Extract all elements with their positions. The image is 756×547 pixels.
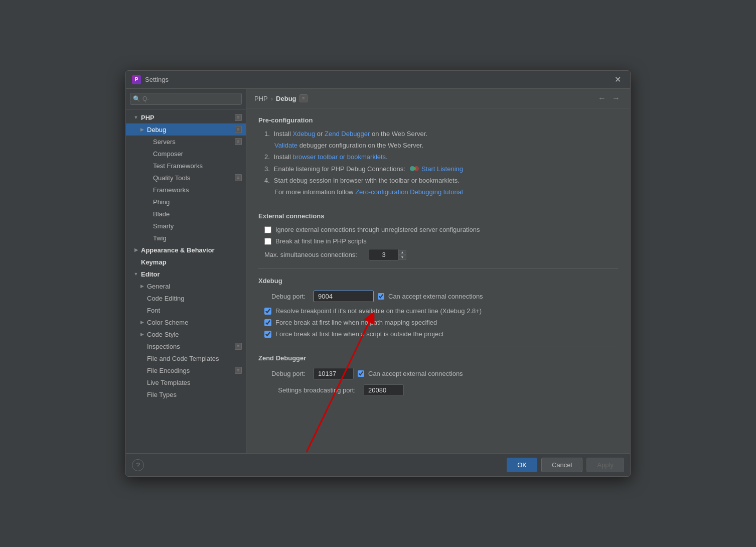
break-first-label: Break at first line in PHP scripts (275, 237, 367, 245)
pre-config-step-2: 2. Install browser toolbar or bookmarkle… (264, 153, 618, 161)
pre-config-more-info: For more information follow Zero-configu… (264, 188, 618, 196)
search-wrapper: 🔍 (130, 93, 242, 105)
sidebar-item-frameworks[interactable]: Frameworks (126, 184, 246, 196)
zend-broadcast-input[interactable] (364, 384, 404, 396)
expand-spacer-twig (144, 234, 152, 242)
spinner-up[interactable]: ▲ (398, 250, 406, 255)
sidebar-item-file-types[interactable]: File Types (126, 388, 246, 400)
search-input[interactable] (130, 93, 242, 105)
zend-accept-checkbox[interactable] (358, 370, 364, 377)
sidebar-label-php: PHP (141, 114, 235, 121)
breadcrumb-icon: ≡ (299, 94, 308, 102)
expand-spacer-blade (144, 210, 152, 218)
resolve-bp-checkbox[interactable] (264, 308, 271, 315)
step3-text: Enable listening for PHP Debug Connectio… (274, 165, 405, 173)
zend-port-input[interactable] (314, 368, 354, 379)
ignore-external-checkbox[interactable] (264, 226, 271, 233)
spinner-buttons: ▲ ▼ (398, 250, 406, 260)
expand-icon-code-style: ▶ (138, 330, 146, 338)
validate-text: Validate debugger configuration on the W… (274, 142, 423, 149)
forward-arrow[interactable]: → (610, 93, 622, 104)
cancel-button[interactable]: Cancel (541, 458, 582, 472)
sidebar-item-debug[interactable]: ▶ Debug ≡ (126, 123, 246, 135)
apply-button[interactable]: Apply (586, 458, 624, 472)
help-button[interactable]: ? (132, 459, 144, 471)
expand-spacer-ft (138, 390, 146, 398)
validate-link[interactable]: Validate (274, 142, 297, 149)
sidebar-item-twig[interactable]: Twig (126, 232, 246, 244)
expand-icon-editor: ▼ (132, 270, 140, 278)
xdebug-title: Xdebug (258, 277, 618, 285)
force-break-label: Force break at first line when no path m… (275, 319, 437, 326)
sidebar-item-composer[interactable]: Composer (126, 148, 246, 160)
expand-spacer-tf (144, 162, 152, 170)
xdebug-content: Debug port: Can accept external connecti… (264, 291, 618, 338)
external-connections-title: External connections (258, 212, 618, 220)
xdebug-port-row: Debug port: Can accept external connecti… (264, 291, 618, 302)
spinner-down[interactable]: ▼ (398, 255, 406, 260)
zend-port-label: Debug port: (264, 370, 310, 377)
force-break2-checkbox[interactable] (264, 331, 271, 338)
xdebug-port-input[interactable] (314, 291, 374, 302)
browser-toolbar-link[interactable]: browser toolbar or bookmarklets (292, 153, 386, 161)
expand-icon-cs: ▶ (138, 318, 146, 326)
expand-spacer-servers (144, 138, 152, 146)
sidebar-item-code-editing[interactable]: Code Editing (126, 292, 246, 304)
sidebar-label-frameworks: Frameworks (153, 186, 242, 194)
sidebar-item-general[interactable]: ▶ General (126, 280, 246, 292)
sidebar-label-file-types: File Types (147, 391, 242, 398)
sidebar-item-font[interactable]: Font (126, 304, 246, 316)
sidebar-item-editor[interactable]: ▼ Editor (126, 268, 246, 280)
zend-debugger-link[interactable]: Zend Debugger (325, 130, 370, 138)
dialog-footer: ? OK Cancel Apply (126, 453, 630, 476)
ignore-external-row: Ignore external connections through unre… (264, 226, 618, 233)
force-break-checkbox[interactable] (264, 319, 271, 326)
sidebar-item-blade[interactable]: Blade (126, 208, 246, 220)
ok-button[interactable]: OK (507, 458, 537, 472)
sidebar-item-inspections[interactable]: Inspections ≡ (126, 340, 246, 352)
sidebar: 🔍 ▼ PHP ≡ ▶ Debug ≡ (126, 89, 246, 453)
sidebar-item-file-templates[interactable]: File and Code Templates (126, 352, 246, 364)
sidebar-item-servers[interactable]: Servers ≡ (126, 135, 246, 148)
back-arrow[interactable]: ← (596, 93, 608, 104)
step3-num: 3. (264, 165, 270, 173)
step2-text: Install browser toolbar or bookmarklets. (274, 153, 388, 161)
dialog-body: 🔍 ▼ PHP ≡ ▶ Debug ≡ (126, 89, 630, 453)
sidebar-item-file-encodings[interactable]: File Encodings ≡ (126, 364, 246, 376)
break-first-checkbox[interactable] (264, 238, 271, 245)
step1-text: Install Xdebug or Zend Debugger on the W… (274, 130, 427, 138)
zero-config-link[interactable]: Zero-configuration Debugging tutorial (355, 188, 463, 196)
sidebar-item-phing[interactable]: Phing (126, 196, 246, 208)
main-scroll: Pre-configuration 1. Install Xdebug or Z… (246, 108, 630, 453)
sidebar-item-live-templates[interactable]: Live Templates (126, 376, 246, 388)
close-button[interactable]: ✕ (612, 74, 624, 85)
force-break2-label: Force break at first line when a script … (275, 330, 443, 338)
sidebar-label-debug: Debug (147, 126, 235, 133)
start-listening-link[interactable]: Start Listening (421, 165, 463, 173)
sidebar-stripe-qt: ≡ (235, 174, 242, 181)
pre-config-step-1: 1. Install Xdebug or Zend Debugger on th… (264, 130, 618, 138)
sidebar-item-test-frameworks[interactable]: Test Frameworks (126, 160, 246, 172)
expand-icon-general: ▶ (138, 282, 146, 290)
step4-num: 4. (264, 177, 270, 184)
max-conn-input[interactable]: 3 (369, 249, 399, 260)
sidebar-label-appearance: Appearance & Behavior (141, 246, 242, 254)
sidebar-item-keymap[interactable]: Keymap (126, 256, 246, 268)
zend-accept-label: Can accept external connections (368, 370, 463, 377)
sidebar-item-php[interactable]: ▼ PHP ≡ (126, 111, 246, 123)
sidebar-item-code-style[interactable]: ▶ Code Style (126, 328, 246, 340)
sidebar-item-appearance[interactable]: ▶ Appearance & Behavior (126, 244, 246, 256)
breadcrumb: PHP › Debug ≡ (254, 94, 596, 102)
sidebar-label-servers: Servers (153, 138, 235, 146)
xdebug-accept-checkbox[interactable] (378, 293, 384, 300)
sidebar-label-blade: Blade (153, 210, 242, 218)
expand-icon-debug: ▶ (138, 125, 146, 133)
sidebar-label-general: General (147, 283, 242, 290)
sidebar-item-quality-tools[interactable]: Quality Tools ≡ (126, 172, 246, 184)
sidebar-item-color-scheme[interactable]: ▶ Color Scheme (126, 316, 246, 328)
expand-spacer-keymap (132, 258, 140, 266)
xdebug-link[interactable]: Xdebug (292, 130, 315, 138)
breadcrumb-separator: › (271, 95, 273, 102)
sidebar-item-smarty[interactable]: Smarty (126, 220, 246, 232)
expand-spacer-insp (138, 342, 146, 350)
